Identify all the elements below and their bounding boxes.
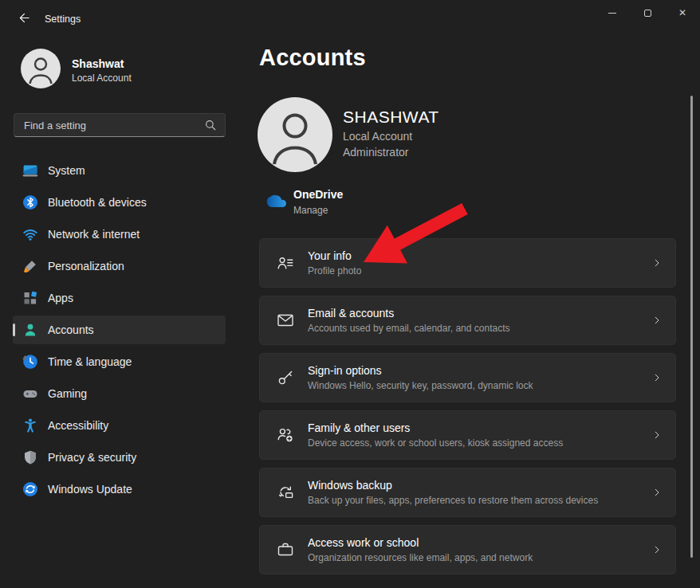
onedrive-manage-link[interactable]: Manage bbox=[293, 205, 328, 216]
sidebar-item-label: Gaming bbox=[48, 387, 87, 400]
sidebar-item-time-language[interactable]: Time & language bbox=[13, 347, 226, 376]
row-access-work-school[interactable]: Access work or school Organization resou… bbox=[259, 525, 676, 574]
signin-key-icon bbox=[276, 368, 295, 387]
chevron-right-icon bbox=[651, 372, 663, 383]
maximize-button[interactable] bbox=[630, 0, 665, 25]
sidebar-item-apps[interactable]: Apps bbox=[13, 284, 226, 312]
gaming-icon bbox=[22, 386, 38, 402]
chevron-right-icon bbox=[651, 487, 663, 498]
accounts-icon bbox=[22, 322, 38, 338]
account-name: SHASHWAT bbox=[343, 108, 439, 127]
row-text: Sign-in options Windows Hello, security … bbox=[308, 364, 651, 391]
row-family-other-users[interactable]: Family & other users Device access, work… bbox=[259, 410, 676, 460]
personalization-icon bbox=[22, 258, 38, 274]
sidebar-item-label: Personalization bbox=[48, 260, 124, 272]
time-language-icon bbox=[22, 354, 38, 370]
sidebar-item-personalization[interactable]: Personalization bbox=[13, 252, 226, 280]
close-button[interactable]: ✕ bbox=[665, 0, 700, 25]
privacy-icon bbox=[22, 449, 38, 465]
row-title: Your info bbox=[308, 249, 651, 262]
sidebar-item-label: Accessibility bbox=[48, 419, 108, 432]
accessibility-icon bbox=[22, 417, 38, 433]
row-subtitle: Profile photo bbox=[308, 265, 651, 276]
row-text: Email & accounts Accounts used by email,… bbox=[308, 307, 651, 334]
row-email-accounts[interactable]: Email & accounts Accounts used by email,… bbox=[259, 296, 676, 345]
row-subtitle: Device access, work or school users, kio… bbox=[308, 437, 651, 449]
sidebar-item-label: Windows Update bbox=[48, 483, 132, 496]
chevron-right-icon bbox=[651, 429, 663, 441]
apps-icon bbox=[22, 290, 38, 306]
backup-sync-icon bbox=[276, 483, 295, 502]
row-title: Email & accounts bbox=[308, 307, 651, 319]
sidebar-item-accounts[interactable]: Accounts bbox=[13, 316, 226, 344]
row-title: Family & other users bbox=[308, 421, 651, 434]
sidebar-item-label: Bluetooth & devices bbox=[48, 196, 147, 209]
row-subtitle: Windows Hello, security key, password, d… bbox=[308, 380, 651, 391]
sidebar-item-label: Network & internet bbox=[48, 228, 140, 241]
chevron-right-icon bbox=[651, 544, 663, 555]
row-text: Access work or school Organization resou… bbox=[308, 536, 651, 563]
row-your-info[interactable]: Your info Profile photo bbox=[259, 238, 676, 288]
row-subtitle: Accounts used by email, calendar, and co… bbox=[308, 323, 651, 334]
sidebar-item-windows-update[interactable]: Windows Update bbox=[13, 475, 226, 504]
page-title: Accounts bbox=[259, 45, 366, 71]
sidebar-item-system[interactable]: System bbox=[13, 156, 226, 185]
row-signin-options[interactable]: Sign-in options Windows Hello, security … bbox=[259, 353, 676, 402]
minimize-icon bbox=[608, 13, 616, 14]
row-title: Sign-in options bbox=[308, 364, 651, 377]
back-button[interactable] bbox=[10, 6, 38, 33]
selected-indicator bbox=[13, 323, 15, 336]
sidebar-item-label: Accounts bbox=[48, 323, 94, 336]
sidebar-user-name: Shashwat bbox=[72, 57, 124, 70]
search-input[interactable] bbox=[14, 120, 204, 131]
sidebar-avatar bbox=[21, 49, 61, 92]
maximize-icon bbox=[644, 10, 651, 17]
row-title: Windows backup bbox=[308, 479, 651, 492]
row-text: Family & other users Device access, work… bbox=[308, 421, 651, 449]
account-avatar bbox=[258, 97, 332, 175]
close-icon: ✕ bbox=[678, 8, 686, 18]
onedrive-title: OneDrive bbox=[293, 188, 343, 201]
windows-update-icon bbox=[22, 481, 38, 497]
sidebar-item-privacy-security[interactable]: Privacy & security bbox=[13, 443, 226, 472]
row-text: Your info Profile photo bbox=[308, 249, 651, 276]
row-subtitle: Organization resources like email, apps,… bbox=[308, 552, 651, 563]
sidebar-item-label: System bbox=[48, 164, 85, 177]
row-windows-backup[interactable]: Windows backup Back up your files, apps,… bbox=[259, 468, 676, 517]
sidebar-item-label: Apps bbox=[48, 292, 73, 304]
search-box bbox=[14, 113, 226, 137]
sidebar-item-accessibility[interactable]: Accessibility bbox=[13, 411, 226, 440]
briefcase-icon bbox=[276, 540, 295, 559]
account-role: Administrator bbox=[343, 146, 408, 159]
chevron-right-icon bbox=[651, 315, 663, 326]
system-icon bbox=[22, 163, 38, 178]
sidebar-user-subtitle: Local Account bbox=[72, 73, 132, 84]
network-icon bbox=[22, 226, 38, 242]
chevron-right-icon bbox=[651, 257, 663, 269]
sidebar-item-label: Time & language bbox=[48, 355, 132, 368]
sidebar-item-bluetooth-devices[interactable]: Bluetooth & devices bbox=[13, 188, 226, 217]
account-type: Local Account bbox=[343, 130, 412, 143]
onedrive-icon bbox=[266, 193, 290, 212]
family-users-icon bbox=[276, 425, 295, 445]
row-title: Access work or school bbox=[308, 536, 651, 549]
minimize-button[interactable] bbox=[595, 0, 630, 25]
titlebar: Settings ✕ bbox=[0, 0, 700, 38]
sidebar-item-label: Privacy & security bbox=[48, 451, 136, 464]
sidebar-item-gaming[interactable]: Gaming bbox=[13, 379, 226, 408]
back-arrow-icon bbox=[18, 11, 31, 28]
sidebar-item-network-internet[interactable]: Network & internet bbox=[13, 220, 226, 249]
your-info-icon bbox=[276, 253, 295, 272]
app-title: Settings bbox=[45, 14, 81, 25]
email-icon bbox=[276, 311, 295, 330]
row-text: Windows backup Back up your files, apps,… bbox=[308, 479, 651, 506]
vertical-scrollbar[interactable] bbox=[690, 96, 693, 558]
bluetooth-icon bbox=[22, 194, 38, 210]
window-controls: ✕ bbox=[595, 0, 700, 25]
search-icon[interactable] bbox=[204, 119, 217, 131]
row-subtitle: Back up your files, apps, preferences to… bbox=[308, 495, 651, 506]
